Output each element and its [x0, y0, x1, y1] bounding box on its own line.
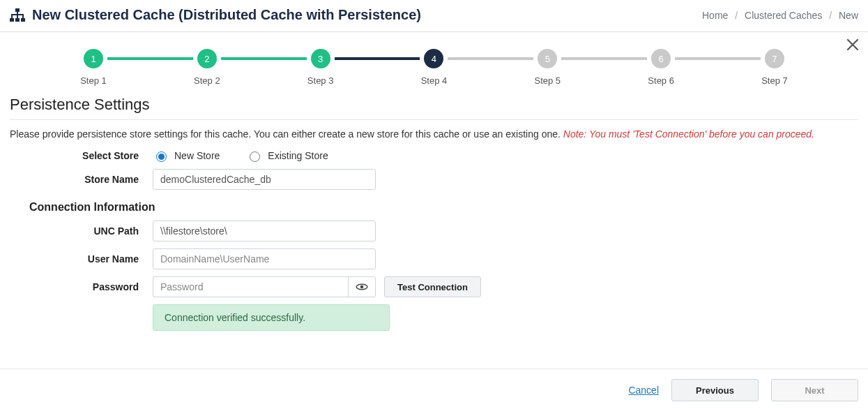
password-input[interactable]	[153, 276, 348, 297]
svg-rect-2	[15, 18, 20, 22]
radio-existing-store-input[interactable]	[250, 151, 260, 162]
breadcrumb-current: New	[839, 10, 858, 21]
close-icon[interactable]	[846, 38, 860, 52]
breadcrumb-home[interactable]: Home	[702, 10, 728, 21]
step-7: 7Step 7	[761, 49, 789, 86]
step-connector	[448, 57, 533, 60]
connection-info-heading: Connection Information	[29, 201, 858, 214]
step-label: Step 6	[648, 75, 674, 86]
step-circle: 3	[311, 49, 330, 68]
wizard-stepper: 1Step 12Step 23Step 34Step 45Step 56Step…	[79, 49, 789, 86]
step-5: 5Step 5	[533, 49, 561, 86]
step-6: 6Step 6	[647, 49, 675, 86]
step-4: 4Step 4	[420, 49, 448, 86]
svg-rect-3	[21, 18, 25, 22]
radio-new-store[interactable]: New Store	[153, 149, 220, 162]
breadcrumb-clustered-caches[interactable]: Clustered Caches	[745, 10, 822, 21]
step-circle: 7	[765, 49, 784, 68]
radio-new-store-input[interactable]	[156, 151, 167, 162]
step-3: 3Step 3	[307, 49, 335, 86]
cancel-link[interactable]: Cancel	[628, 385, 659, 396]
intro-note: Note: You must 'Test Connection' before …	[563, 128, 814, 140]
step-label: Step 1	[80, 75, 107, 86]
step-connector	[107, 57, 193, 60]
svg-rect-1	[10, 18, 14, 22]
radio-existing-store[interactable]: Existing Store	[246, 149, 328, 162]
svg-point-4	[360, 285, 364, 289]
divider	[10, 119, 858, 120]
wizard-footer: Cancel Previous Next	[0, 369, 868, 408]
next-button: Next	[771, 379, 858, 401]
breadcrumb: Home / Clustered Caches / New	[702, 10, 858, 21]
step-1: 1Step 1	[79, 49, 107, 86]
section-title: Persistence Settings	[10, 96, 858, 114]
step-circle: 6	[651, 49, 671, 68]
step-label: Step 3	[307, 75, 334, 86]
step-circle: 4	[424, 49, 443, 68]
test-connection-button[interactable]: Test Connection	[384, 276, 481, 297]
hierarchy-icon	[10, 8, 25, 22]
step-circle: 5	[538, 49, 557, 68]
previous-button[interactable]: Previous	[671, 379, 759, 401]
step-2: 2Step 2	[193, 49, 221, 86]
user-name-input[interactable]	[153, 248, 376, 269]
intro-main: Please provide persistence store setting…	[10, 128, 561, 140]
page-title: New Clustered Cache (Distributed Cache w…	[32, 7, 421, 23]
step-label: Step 4	[421, 75, 448, 86]
step-circle: 2	[197, 49, 217, 68]
eye-icon[interactable]	[348, 276, 376, 297]
step-connector	[335, 57, 420, 60]
svg-rect-0	[15, 8, 20, 12]
success-message: Connection verified successfully.	[153, 304, 390, 331]
step-circle: 1	[84, 49, 103, 68]
store-name-input[interactable]	[153, 169, 376, 190]
select-store-label: Select Store	[10, 150, 153, 161]
step-connector	[675, 57, 761, 60]
intro-text: Please provide persistence store setting…	[10, 128, 858, 140]
user-name-label: User Name	[10, 253, 153, 265]
step-label: Step 7	[761, 75, 788, 86]
step-label: Step 2	[194, 75, 220, 86]
step-connector	[561, 57, 647, 60]
store-name-label: Store Name	[10, 174, 153, 185]
step-label: Step 5	[535, 75, 561, 86]
password-label: Password	[10, 281, 153, 292]
step-connector	[221, 57, 307, 60]
unc-path-input[interactable]	[153, 221, 376, 241]
page-header: New Clustered Cache (Distributed Cache w…	[0, 0, 868, 32]
unc-path-label: UNC Path	[10, 225, 153, 237]
